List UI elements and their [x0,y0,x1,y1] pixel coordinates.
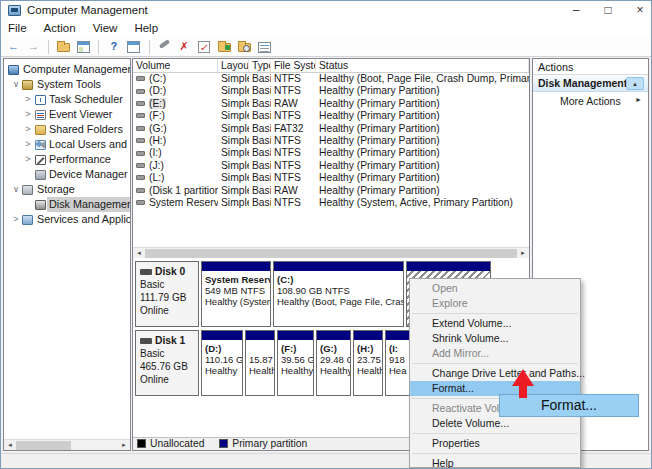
shared-folders-icon [35,125,46,135]
tree-item-system-tools[interactable]: ∨System Tools [4,77,130,92]
close-button[interactable]: × [625,1,652,21]
menu-item-shrink-volume[interactable]: Shrink Volume... [410,331,580,346]
table-row[interactable]: (Disk 1 partition 2)SimpleBasicRAWHealth… [133,185,529,197]
tree-horizontal-scrollbar[interactable]: ◄ ► [4,439,130,450]
column-status[interactable]: Status [316,59,529,72]
volume-icon [136,151,145,156]
menu-view[interactable]: View [86,21,125,35]
event-viewer-icon [35,110,46,120]
table-row[interactable]: (J:)SimpleBasicNTFSHealthy (Primary Part… [133,160,529,172]
expander-icon[interactable]: ∨ [11,182,21,197]
tree-item-event-viewer[interactable]: >Event Viewer [4,107,130,122]
show-console-tree-icon[interactable] [75,39,92,55]
menu-item-properties[interactable]: Properties [410,436,580,451]
actions-group-disk-management[interactable]: Disk Management ▲ [533,75,648,92]
table-row[interactable]: (F:)SimpleBasicNTFSHealthy (Primary Part… [133,110,529,122]
tree-item-performance[interactable]: >Performance [4,152,130,167]
partition-system-reserved[interactable]: System Reserve549 MB NTFSHealthy (System… [201,261,271,327]
expander-icon[interactable]: > [23,152,33,167]
tree-item-local-users-groups[interactable]: >Local Users and Groups [4,137,130,152]
forward-icon[interactable]: → [25,39,42,55]
console-tree-pane: Computer Management (Local ∨System Tools… [3,58,131,451]
table-row[interactable]: System Reserved (K:)SimpleBasicNTFSHealt… [133,197,529,209]
scroll-thumb[interactable] [145,249,517,258]
partition-disk1-p2[interactable]: 15.87 (Health [245,330,275,396]
volume-icon [136,126,145,131]
scroll-right-icon[interactable]: ► [517,248,529,258]
arrow-head [512,369,534,386]
table-row[interactable]: (C:)SimpleBasicNTFSHealthy (Boot, Page F… [133,73,529,85]
volume-icon [136,188,145,193]
title-bar: Computer Management – □ × [1,1,652,21]
tree-item-disk-management[interactable]: Disk Management [4,197,130,212]
volume-list-horizontal-scrollbar[interactable]: ◄ ► [133,247,529,258]
column-volume[interactable]: Volume [133,59,218,72]
menu-item-change-drive-letter[interactable]: Change Drive Letter and Paths... [410,366,580,381]
partition-c[interactable]: (C:)108.90 GB NTFSHealthy (Boot, Page Fi… [273,261,404,327]
export-list-icon[interactable] [125,39,142,55]
table-row[interactable]: (I:)SimpleBasicNTFSHealthy (Primary Part… [133,147,529,159]
volume-icon [136,101,145,106]
services-icon [22,215,33,225]
delete-volume-icon[interactable]: ✗ [176,39,193,55]
menu-separator [412,363,578,364]
column-layout[interactable]: Layout [218,59,249,72]
tree-item-storage[interactable]: ∨Storage [4,182,130,197]
partition-g[interactable]: (G:)29.48 GHealthy [316,330,351,396]
tree-item-device-manager[interactable]: Device Manager [4,167,130,182]
expander-icon[interactable]: > [23,137,33,152]
menu-help[interactable]: Help [127,21,165,35]
more-actions-item[interactable]: More Actions ► [533,92,648,108]
menu-file[interactable]: File [1,21,34,35]
explore-folder-icon[interactable] [236,39,253,55]
primary-partition-bar [354,331,382,340]
tree-item-computer-management[interactable]: Computer Management (Local [4,62,130,77]
minimize-button[interactable]: – [561,1,591,21]
checklist-icon[interactable]: ✓ [196,39,213,55]
menu-item-delete-volume[interactable]: Delete Volume... [410,416,580,431]
tree-item-shared-folders[interactable]: >Shared Folders [4,122,130,137]
disk-1-label[interactable]: Disk 1 Basic 465.76 GB Online [135,330,199,396]
table-row[interactable]: (G:)SimpleBasicFAT32Healthy (Primary Par… [133,123,529,135]
tree-item-services-applications[interactable]: >Services and Applications [4,212,130,227]
up-folder-icon[interactable] [55,39,72,55]
expander-icon[interactable]: > [23,122,33,137]
table-row[interactable]: (D:)SimpleBasicNTFSHealthy (Primary Part… [133,85,529,97]
red-arrow-annotation [512,369,534,399]
scroll-left-icon[interactable]: ◄ [4,440,16,450]
scroll-left-icon[interactable]: ◄ [133,248,145,258]
column-type[interactable]: Type [249,59,271,72]
partition-d[interactable]: (D:)110.16 GHealthy [201,330,243,396]
partition-i[interactable]: (I:918Hea [385,330,411,396]
wrench-icon[interactable] [156,39,173,55]
toolbar: ← → ? ✗ ✓ [1,38,652,57]
users-icon [35,140,46,150]
details-view-icon[interactable] [256,39,273,55]
column-file-system[interactable]: File System [271,59,316,72]
collapse-icon[interactable]: ▲ [626,77,644,90]
expander-icon[interactable]: ∨ [11,77,21,92]
menu-action[interactable]: Action [37,21,83,35]
disk-icon [35,200,46,210]
expander-icon[interactable]: > [11,212,21,227]
back-icon[interactable]: ← [5,39,22,55]
disk-0-label[interactable]: Disk 0 Basic 111.79 GB Online [135,261,199,327]
computer-management-window: Computer Management – □ × File Action Vi… [0,0,652,469]
tree-item-task-scheduler[interactable]: >Task Scheduler [4,92,130,107]
menu-item-help[interactable]: Help [410,456,580,469]
table-row[interactable]: (L:)SimpleBasicNTFSHealthy (Primary Part… [133,172,529,184]
window-title: Computer Management [27,4,148,16]
partition-f[interactable]: (F:)39.56 GHealthy [277,330,314,396]
menu-item-extend-volume[interactable]: Extend Volume... [410,316,580,331]
maximize-button[interactable]: □ [593,1,623,21]
expander-icon[interactable]: > [23,107,33,122]
scroll-thumb[interactable] [16,441,71,450]
scroll-right-icon[interactable]: ► [118,440,130,450]
table-row-selected[interactable]: (E:)SimpleBasicRAWHealthy (Primary Parti… [133,98,529,110]
table-row[interactable]: (H:)SimpleBasicNTFSHealthy (Primary Part… [133,135,529,147]
open-folder-icon[interactable] [216,39,233,55]
partition-h[interactable]: (H:)23.75 GHealthy [353,330,383,396]
expander-icon[interactable]: > [23,92,33,107]
help-icon[interactable]: ? [105,39,122,55]
disk-icon [140,269,152,275]
